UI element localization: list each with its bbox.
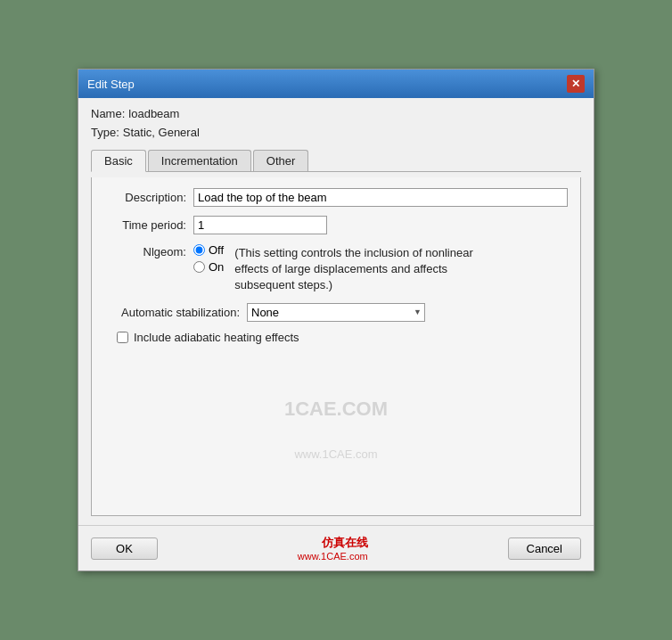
name-label: Name: xyxy=(91,107,125,120)
watermark-line2: www.1CAE.com xyxy=(104,447,568,461)
dialog-title: Edit Step xyxy=(87,78,135,91)
nlgeom-off-label[interactable]: Off xyxy=(209,243,224,257)
tab-basic[interactable]: Basic xyxy=(91,150,146,172)
time-period-row: Time period: xyxy=(104,216,568,234)
stabilization-label: Automatic stabilization: xyxy=(104,306,247,319)
cancel-button[interactable]: Cancel xyxy=(508,537,581,560)
name-row: Name: loadbeam xyxy=(91,107,581,120)
footer-brand-line2: www.1CAE.com xyxy=(298,551,368,562)
nlgeom-off-item: Off xyxy=(193,243,224,257)
footer-brand-line1: 仿真在线 xyxy=(298,535,368,551)
nlgeom-options: Off On xyxy=(193,243,224,274)
adiabatic-row: Include adiabatic heating effects xyxy=(117,331,568,344)
name-value: loadbeam xyxy=(128,107,179,120)
stabilization-row: Automatic stabilization: None Specify di… xyxy=(104,303,568,322)
tabs-bar: Basic Incrementation Other xyxy=(91,150,581,172)
type-label: Type: xyxy=(91,126,119,139)
nlgeom-label: Nlgeom: xyxy=(104,243,193,258)
close-button[interactable]: ✕ xyxy=(567,75,585,93)
time-period-label: Time period: xyxy=(104,218,193,232)
edit-step-dialog: Edit Step ✕ Name: loadbeam Type: Static,… xyxy=(78,69,594,571)
stabilization-select[interactable]: None Specify dissipated energy fraction … xyxy=(247,303,425,322)
title-bar-content: Edit Step xyxy=(87,78,135,91)
description-input[interactable] xyxy=(193,188,568,207)
dialog-body: Name: loadbeam Type: Static, General Bas… xyxy=(78,98,594,525)
nlgeom-on-label[interactable]: On xyxy=(209,260,224,274)
dialog-footer: OK 仿真在线 www.1CAE.com Cancel xyxy=(78,525,594,570)
adiabatic-checkbox[interactable] xyxy=(117,332,128,343)
footer-brand: 仿真在线 www.1CAE.com xyxy=(298,535,368,562)
nlgeom-row: Nlgeom: Off On (This setting controls th… xyxy=(104,243,568,294)
nlgeom-on-radio[interactable] xyxy=(193,261,205,273)
tab-incrementation[interactable]: Incrementation xyxy=(148,150,251,171)
nlgeom-off-radio[interactable] xyxy=(193,244,205,256)
footer-buttons: OK xyxy=(91,537,158,560)
tab-other[interactable]: Other xyxy=(253,150,309,171)
stabilization-select-wrapper: None Specify dissipated energy fraction … xyxy=(247,303,425,322)
nlgeom-radio-group: Off On xyxy=(193,243,224,274)
description-label: Description: xyxy=(104,191,193,204)
nlgeom-on-item: On xyxy=(193,260,224,274)
adiabatic-label[interactable]: Include adiabatic heating effects xyxy=(134,331,299,344)
type-row: Type: Static, General xyxy=(91,126,581,139)
ok-button[interactable]: OK xyxy=(91,537,158,560)
description-row: Description: xyxy=(104,188,568,207)
tab-basic-content: Description: Time period: Nlgeom: Off xyxy=(91,177,581,516)
watermark-line1: 1CAE.COM xyxy=(104,344,568,447)
time-period-input[interactable] xyxy=(193,216,327,234)
type-value: Static, General xyxy=(123,126,200,139)
title-bar: Edit Step ✕ xyxy=(78,70,594,98)
nlgeom-description: (This setting controls the inclusion of … xyxy=(234,243,484,294)
